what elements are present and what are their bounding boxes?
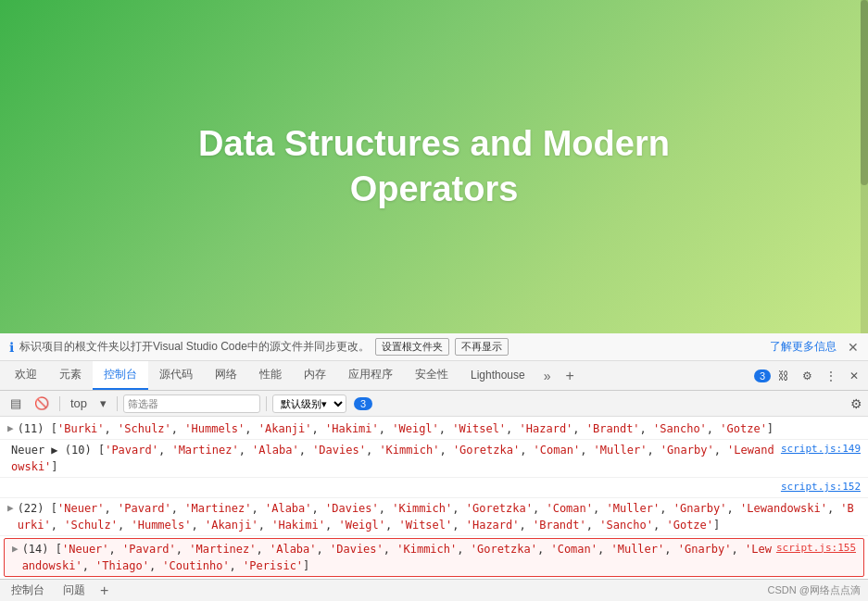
tab-console[interactable]: 控制台 bbox=[93, 361, 148, 390]
tab-security[interactable]: 安全性 bbox=[404, 361, 459, 390]
tab-sources[interactable]: 源代码 bbox=[148, 361, 204, 390]
log-level-select[interactable]: 默认级别▾ bbox=[272, 394, 346, 413]
hero-title-line1: Data Structures and Modern bbox=[198, 124, 670, 163]
bottom-tab-console[interactable]: 控制台 bbox=[7, 581, 48, 600]
no-show-button[interactable]: 不再显示 bbox=[455, 338, 509, 356]
expand-arrow[interactable]: ▶ bbox=[7, 421, 14, 437]
console-line: Neuer ▶ (10) ['Pavard', 'Martinez', 'Ala… bbox=[0, 440, 868, 478]
hero-scrollbar-thumb[interactable] bbox=[861, 0, 868, 185]
settings-icon[interactable]: ⚙ bbox=[797, 367, 818, 385]
tab-welcome[interactable]: 欢迎 bbox=[4, 361, 48, 390]
close-devtools-icon[interactable]: ✕ bbox=[844, 367, 864, 385]
filter-top-label[interactable]: top bbox=[66, 394, 92, 412]
browser-container: Data Structures and Modern Operators ℹ 标… bbox=[0, 0, 868, 601]
set-root-folder-button[interactable]: 设置根文件夹 bbox=[375, 338, 449, 356]
toolbar-separator-3 bbox=[266, 396, 267, 411]
console-line: script.js:152 bbox=[0, 478, 868, 498]
console-line: ▶ (11) ['Burki', 'Schulz', 'Hummels', 'A… bbox=[0, 419, 868, 440]
bottom-tabs-bar: 控制台 问题 + CSDN @网络点点滴 bbox=[0, 579, 868, 601]
file-link[interactable]: script.js:152 bbox=[781, 480, 861, 495]
console-toolbar: ▤ 🚫 top ▾ 默认级别▾ 3 ⚙ bbox=[0, 391, 868, 417]
bottom-tab-issues[interactable]: 问题 bbox=[59, 581, 89, 600]
clear-console-button[interactable]: 🚫 bbox=[30, 394, 54, 412]
line-content: (11) ['Burki', 'Schulz', 'Hummels', 'Aka… bbox=[18, 420, 861, 437]
devtools-tabs-bar: 欢迎 元素 控制台 源代码 网络 性能 内存 应用程序 安全性 Lighthou… bbox=[0, 361, 868, 391]
filter-input[interactable] bbox=[123, 394, 260, 413]
devtools-right-icons: 3 ⛓ ⚙ ⋮ ✕ bbox=[754, 367, 864, 385]
more-info-link[interactable]: 了解更多信息 bbox=[770, 339, 837, 355]
notification-text: 标识项目的根文件夹以打开Visual Studio Code中的源文件并同步更改… bbox=[19, 339, 370, 355]
notification-close-button[interactable]: ✕ bbox=[848, 340, 859, 355]
toolbar-separator-2 bbox=[117, 396, 118, 411]
console-settings-icon[interactable]: ⚙ bbox=[850, 396, 862, 411]
tab-elements[interactable]: 元素 bbox=[48, 361, 93, 390]
hero-section: Data Structures and Modern Operators bbox=[0, 0, 868, 333]
line-content: Neuer ▶ (10) ['Pavard', 'Martinez', 'Ala… bbox=[11, 442, 777, 475]
tab-lighthouse[interactable]: Lighthouse bbox=[459, 363, 536, 389]
side-panel-button[interactable]: ▤ bbox=[6, 394, 26, 412]
console-line: ▶ (22) ['Neuer', 'Pavard', 'Martinez', '… bbox=[0, 498, 868, 536]
expand-arrow[interactable]: ▶ bbox=[12, 542, 19, 557]
line-content: (14) ['Neuer', 'Pavard', 'Martinez', 'Al… bbox=[22, 541, 773, 574]
expand-arrow[interactable]: ▶ bbox=[7, 501, 14, 517]
line-content: (22) ['Neuer', 'Pavard', 'Martinez', 'Al… bbox=[18, 500, 861, 533]
more-tabs-chevron[interactable]: » bbox=[536, 365, 559, 387]
tab-memory[interactable]: 内存 bbox=[293, 361, 337, 390]
tab-performance[interactable]: 性能 bbox=[248, 361, 293, 390]
notification-bar: ℹ 标识项目的根文件夹以打开Visual Studio Code中的源文件并同步… bbox=[0, 333, 868, 361]
console-badge: 3 bbox=[354, 397, 372, 410]
info-icon: ℹ bbox=[9, 340, 14, 355]
filter-arrow-icon[interactable]: ▾ bbox=[95, 394, 111, 412]
tab-network[interactable]: 网络 bbox=[204, 361, 248, 390]
hero-title: Data Structures and Modern Operators bbox=[198, 121, 670, 213]
watermark-text: CSDN @网络点点滴 bbox=[768, 583, 861, 597]
console-line-selected: ▶ (14) ['Neuer', 'Pavard', 'Martinez', '… bbox=[4, 538, 864, 577]
error-badge: 3 bbox=[754, 369, 771, 382]
file-link-red[interactable]: script.js:155 bbox=[776, 541, 856, 557]
tab-application[interactable]: 应用程序 bbox=[337, 361, 404, 390]
toolbar-separator-1 bbox=[59, 396, 60, 411]
console-output[interactable]: ▶ (11) ['Burki', 'Schulz', 'Hummels', 'A… bbox=[0, 417, 868, 579]
more-options-icon[interactable]: ⋮ bbox=[820, 367, 842, 385]
file-link[interactable]: script.js:149 bbox=[781, 442, 861, 457]
hero-title-line2: Operators bbox=[350, 169, 519, 208]
link-icon[interactable]: ⛓ bbox=[773, 367, 795, 385]
add-bottom-tab-button[interactable]: + bbox=[100, 582, 108, 599]
add-tab-button[interactable]: + bbox=[559, 364, 582, 388]
hero-scrollbar-track[interactable] bbox=[861, 0, 868, 333]
